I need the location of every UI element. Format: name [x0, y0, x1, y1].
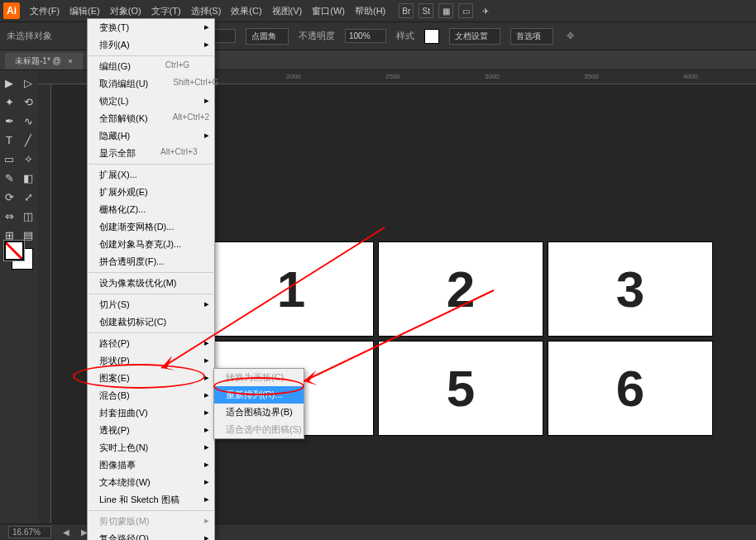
- menu-blend[interactable]: 混合(B)▸: [88, 387, 214, 404]
- scale-tool[interactable]: ⤢: [19, 188, 37, 206]
- artboard-6[interactable]: 6: [548, 341, 713, 436]
- rotate-tool[interactable]: ⟳: [0, 188, 18, 206]
- nav-prev-icon[interactable]: ◀: [63, 528, 69, 537]
- object-menu: 变换(T)▸ 排列(A)▸ 编组(G)Ctrl+G 取消编组(U)Shift+C…: [87, 18, 215, 540]
- menu-image-trace[interactable]: 图像描摹▸: [88, 456, 214, 474]
- magic-wand-tool[interactable]: ✦: [0, 93, 18, 111]
- menu-file[interactable]: 文件(F): [25, 5, 65, 17]
- menu-flatten[interactable]: 拼合透明度(F)...: [88, 253, 214, 270]
- menu-window[interactable]: 窗口(W): [307, 5, 350, 17]
- menu-expand-appearance[interactable]: 扩展外观(E): [88, 184, 214, 201]
- menu-clipping-mask[interactable]: 剪切蒙版(M)▸: [88, 513, 214, 530]
- rect-tool[interactable]: ▭: [0, 150, 18, 168]
- menu-show-all[interactable]: 显示全部Alt+Ctrl+3: [88, 145, 214, 162]
- menu-compound-path[interactable]: 复合路径(O)▸: [88, 530, 214, 540]
- menu-object-mosaic[interactable]: 创建对象马赛克(J)...: [88, 236, 214, 253]
- menu-ungroup[interactable]: 取消编组(U)Shift+Ctrl+G: [88, 75, 214, 93]
- menu-arrange[interactable]: 排列(A)▸: [88, 36, 214, 54]
- artboards-submenu: 转换为画板(C) 重新排列(R)... 适合图稿边界(B) 适合选中的图稿(S): [213, 368, 304, 439]
- menu-live-paint[interactable]: 实时上色(N)▸: [88, 439, 214, 456]
- menu-slice[interactable]: 切片(S)▸: [88, 296, 214, 313]
- menu-view[interactable]: 视图(V): [267, 5, 308, 17]
- menu-line-sketch[interactable]: Line 和 Sketch 图稿▸: [88, 491, 214, 509]
- line-tool[interactable]: ╱: [19, 131, 37, 149]
- menu-expand[interactable]: 扩展(X)...: [88, 166, 214, 184]
- bridge-icon[interactable]: Br: [399, 3, 414, 18]
- grid-icon[interactable]: ▦: [438, 3, 453, 18]
- width-tool[interactable]: ⇔: [0, 207, 18, 225]
- direct-select-tool[interactable]: ▷: [19, 74, 37, 92]
- shaper-tool[interactable]: ✧: [19, 150, 37, 168]
- menu-help[interactable]: 帮助(H): [350, 5, 390, 17]
- send-icon[interactable]: ✈: [478, 3, 493, 18]
- menu-unlock-all[interactable]: 全部解锁(K)Alt+Ctrl+2: [88, 110, 214, 127]
- app-icon: Ai: [3, 2, 20, 19]
- artboard-5[interactable]: 5: [378, 341, 543, 436]
- menu-object[interactable]: 对象(O): [105, 5, 146, 17]
- stock-icon[interactable]: St: [419, 3, 433, 18]
- menubar-extras: Br St ▦ ▭ ✈: [399, 3, 493, 18]
- submenu-convert[interactable]: 转换为画板(C): [214, 369, 304, 386]
- menu-edit[interactable]: 编辑(E): [65, 5, 105, 17]
- tab-title: 未标题-1*: [15, 56, 50, 65]
- menu-perspective[interactable]: 透视(P)▸: [88, 422, 214, 439]
- toolbox-right: ▷ ⟲ ∿ ╱ ✧ ◧ ⤢ ◫ ▤ ⧉: [19, 72, 38, 263]
- menu-text-wrap[interactable]: 文本绕排(W)▸: [88, 474, 214, 491]
- submenu-fit-selected[interactable]: 适合选中的图稿(S): [214, 421, 304, 438]
- color-swatches[interactable]: [3, 240, 35, 271]
- eraser-tool[interactable]: ◧: [19, 169, 37, 187]
- menu-pixel-perfect[interactable]: 设为像素级优化(M): [88, 275, 214, 292]
- menu-envelope[interactable]: 封套扭曲(V)▸: [88, 404, 214, 422]
- menu-transform[interactable]: 变换(T)▸: [88, 19, 214, 36]
- tab-close-icon[interactable]: ×: [69, 57, 73, 65]
- opacity-label: 不透明度: [299, 30, 335, 42]
- corner-type[interactable]: 点圆角: [246, 28, 289, 45]
- submenu-fit-bounds[interactable]: 适合图稿边界(B): [214, 404, 304, 421]
- ruler-vertical: [38, 84, 51, 523]
- type-tool[interactable]: T: [0, 131, 18, 149]
- style-swatch[interactable]: [424, 29, 439, 44]
- menu-gradient-mesh[interactable]: 创建渐变网格(D)...: [88, 218, 214, 236]
- menu-shape[interactable]: 形状(P)▸: [88, 352, 214, 370]
- menu-group[interactable]: 编组(G)Ctrl+G: [88, 58, 214, 75]
- style-label: 样式: [396, 30, 414, 42]
- menu-type[interactable]: 文字(T): [146, 5, 186, 17]
- arrange-icon[interactable]: ▭: [458, 3, 473, 18]
- menu-lock[interactable]: 锁定(L)▸: [88, 93, 214, 110]
- artboard-1[interactable]: 1: [208, 241, 374, 337]
- selection-label: 未选择对象: [7, 30, 52, 42]
- menu-select[interactable]: 选择(S): [186, 5, 227, 17]
- submenu-rearrange[interactable]: 重新排列(R)...: [214, 386, 304, 404]
- prefs-button[interactable]: 首选项: [510, 28, 553, 45]
- menu-path[interactable]: 路径(P)▸: [88, 335, 214, 352]
- menu-hide[interactable]: 隐藏(H)▸: [88, 127, 214, 145]
- artboard-3[interactable]: 3: [548, 241, 713, 337]
- zoom-level[interactable]: 16.67%: [8, 526, 51, 538]
- pen-tool[interactable]: ✒: [0, 112, 18, 130]
- curvature-tool[interactable]: ∿: [19, 112, 37, 130]
- menu-rasterize[interactable]: 栅格化(Z)...: [88, 201, 214, 218]
- brush-tool[interactable]: ✎: [0, 169, 18, 187]
- menu-trim-marks[interactable]: 创建裁切标记(C): [88, 313, 214, 331]
- opacity-value[interactable]: 100%: [345, 29, 386, 43]
- fill-swatch[interactable]: [3, 240, 25, 261]
- document-tab[interactable]: 未标题-1* @ ×: [5, 53, 83, 69]
- doc-setup-button[interactable]: 文档设置: [449, 28, 500, 45]
- free-transform-tool[interactable]: ◫: [19, 207, 37, 225]
- menu-effect[interactable]: 效果(C): [226, 5, 266, 17]
- selection-tool[interactable]: ▶: [0, 74, 18, 92]
- lasso-tool[interactable]: ⟲: [19, 93, 37, 111]
- menu-pattern[interactable]: 图案(E)▸: [88, 370, 214, 387]
- artboard-2[interactable]: 2: [378, 241, 543, 337]
- toolbox-left: ▶ ✦ ✒ T ▭ ✎ ⟳ ⇔ ⊞ 💧: [0, 72, 19, 263]
